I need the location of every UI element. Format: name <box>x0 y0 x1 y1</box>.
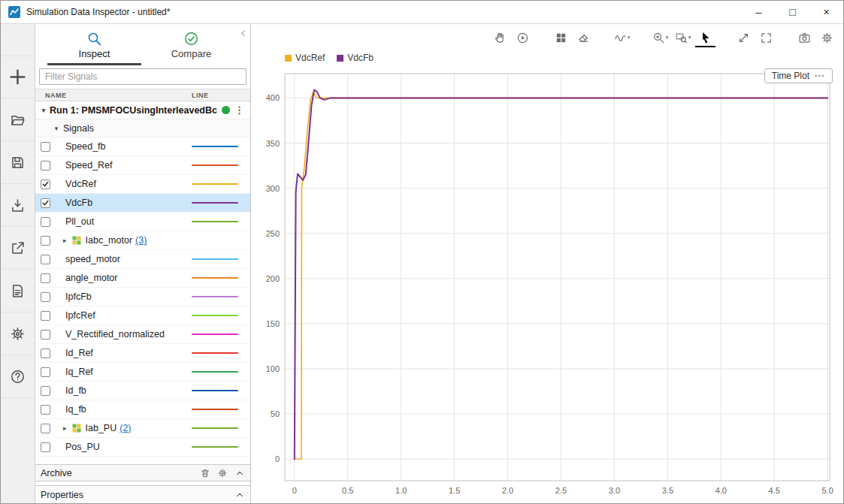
clear-plot-button[interactable] <box>573 28 594 47</box>
signal-row[interactable]: speed_motor <box>35 250 250 269</box>
save-button[interactable] <box>1 141 35 184</box>
signal-row[interactable]: IpfcRef <box>35 306 250 325</box>
signal-line-swatch <box>192 390 250 392</box>
minimize-button[interactable]: – <box>742 1 776 23</box>
signal-row[interactable]: Speed_Ref <box>35 156 250 175</box>
signal-visibility-checkbox[interactable] <box>41 255 50 264</box>
pointer-button[interactable] <box>695 28 715 47</box>
app-toolbar <box>1 24 35 503</box>
filter-signals-input[interactable] <box>39 68 247 85</box>
signal-name: Id_Ref <box>65 348 93 358</box>
create-report-button[interactable] <box>1 270 35 312</box>
collapse-panel-icon[interactable] <box>238 28 248 41</box>
signal-row[interactable]: angle_motor <box>35 269 250 288</box>
signal-visibility-checkbox[interactable] <box>41 217 50 227</box>
help-button[interactable] <box>1 355 35 398</box>
signals-group-row[interactable]: ▾ Signals <box>35 119 250 137</box>
signal-count-link[interactable]: (3) <box>135 235 147 246</box>
filter-row <box>35 65 250 89</box>
signal-row[interactable]: IpfcFb <box>35 288 250 306</box>
signal-visibility-checkbox[interactable] <box>41 292 50 302</box>
layout-button[interactable] <box>551 28 571 47</box>
export-button[interactable] <box>1 227 35 270</box>
signal-name: angle_motor <box>65 273 118 283</box>
signal-row[interactable]: Iq_fb <box>35 400 250 419</box>
expand-icon[interactable]: ▸ <box>63 424 67 432</box>
legend-item[interactable]: VdcFb <box>337 53 374 63</box>
plot-legend: VdcRefVdcFb <box>251 50 843 66</box>
signal-visibility-checkbox[interactable] <box>41 386 50 396</box>
zoom-in-icon <box>652 32 665 44</box>
signal-visibility-checkbox[interactable] <box>41 311 50 321</box>
signal-visibility-checkbox[interactable] <box>41 236 50 246</box>
signal-visibility-checkbox[interactable] <box>41 442 50 452</box>
signal-visibility-checkbox[interactable] <box>41 142 50 152</box>
signal-row[interactable]: ▸Iabc_motor(3) <box>35 231 250 250</box>
legend-item[interactable]: VdcRef <box>285 53 325 63</box>
badge-label: Time Plot <box>772 71 809 81</box>
expand-icon[interactable]: ▾ <box>52 125 61 132</box>
expand-diagonal-icon <box>737 32 750 44</box>
tab-inspect[interactable]: Inspect <box>46 24 143 65</box>
chevron-up-icon[interactable] <box>234 468 245 478</box>
maximize-plot-button[interactable] <box>756 28 776 47</box>
signal-count-link[interactable]: (2) <box>119 423 131 433</box>
zoom-region-icon <box>675 32 688 44</box>
expand-icon[interactable]: ▸ <box>63 237 67 244</box>
signal-row[interactable]: Iq_Ref <box>35 363 250 382</box>
signal-name: VdcFb <box>65 198 92 208</box>
time-plot[interactable]: 00.51.01.52.02.53.03.54.04.55.0050100150… <box>258 66 837 500</box>
signal-row[interactable]: Pll_out <box>35 213 250 231</box>
close-button[interactable]: × <box>809 1 843 23</box>
signal-row[interactable]: ▸Iab_PU(2) <box>35 419 250 438</box>
line-style-button[interactable]: ▾ <box>612 28 632 47</box>
pan-hand-icon <box>494 32 507 44</box>
signal-visibility-checkbox[interactable] <box>41 349 50 358</box>
open-button[interactable] <box>1 98 35 141</box>
signal-visibility-checkbox[interactable] <box>41 161 50 171</box>
signal-visibility-checkbox[interactable] <box>41 198 50 208</box>
import-button[interactable] <box>1 184 35 227</box>
signal-row[interactable]: VdcFb <box>35 194 250 213</box>
expand-icon[interactable]: ▾ <box>39 107 48 114</box>
signal-visibility-checkbox[interactable] <box>41 367 50 377</box>
signal-row[interactable]: V_Rectified_normalized <box>35 325 250 344</box>
chevron-up-icon[interactable] <box>234 490 245 500</box>
time-plot-badge[interactable]: Time Plot ••• <box>764 68 833 83</box>
archive-bar[interactable]: Archive <box>35 464 250 481</box>
replay-button[interactable] <box>513 28 533 47</box>
signal-row[interactable]: Speed_fb <box>35 137 250 156</box>
badge-menu-icon[interactable]: ••• <box>815 72 825 80</box>
signal-row[interactable]: VdcRef <box>35 175 250 194</box>
legend-color-swatch <box>337 55 343 62</box>
window-controls: – □ × <box>742 1 843 23</box>
signal-row[interactable]: Id_fb <box>35 382 250 400</box>
add-icon <box>8 68 27 86</box>
chart-area[interactable]: 00.51.01.52.02.53.03.54.04.55.0050100150… <box>258 66 837 500</box>
properties-bar[interactable]: Properties <box>35 485 250 503</box>
pan-button[interactable] <box>490 28 510 47</box>
run-menu-icon[interactable]: ⋮ <box>231 104 250 116</box>
preferences-button[interactable] <box>1 312 35 355</box>
tab-compare[interactable]: Compare <box>143 24 240 65</box>
archive-settings-gear-icon[interactable] <box>217 468 228 478</box>
signal-visibility-checkbox[interactable] <box>41 405 50 415</box>
run-row[interactable]: ▾ Run 1: PMSMFOCUsingInterleavedBc ⋮ <box>35 101 250 119</box>
zoom-button[interactable]: ▾ <box>650 28 670 47</box>
signal-visibility-checkbox[interactable] <box>41 424 50 433</box>
zoom-region-button[interactable]: ▾ <box>673 28 693 47</box>
plot-settings-button[interactable] <box>817 28 837 47</box>
signal-visibility-checkbox[interactable] <box>41 273 50 283</box>
signal-row[interactable]: Id_Ref <box>35 344 250 363</box>
svg-text:350: 350 <box>266 139 280 148</box>
fit-to-view-button[interactable] <box>734 28 754 47</box>
signal-visibility-checkbox[interactable] <box>41 180 50 189</box>
signal-visibility-checkbox[interactable] <box>41 330 50 340</box>
signal-row[interactable]: Pos_PU <box>35 438 250 457</box>
caret-down-icon: ▾ <box>688 35 691 41</box>
add-button[interactable] <box>1 56 35 98</box>
signal-group-icon <box>72 424 81 433</box>
snapshot-button[interactable] <box>794 28 815 47</box>
trash-icon[interactable] <box>200 468 210 478</box>
maximize-button[interactable]: □ <box>776 1 809 23</box>
